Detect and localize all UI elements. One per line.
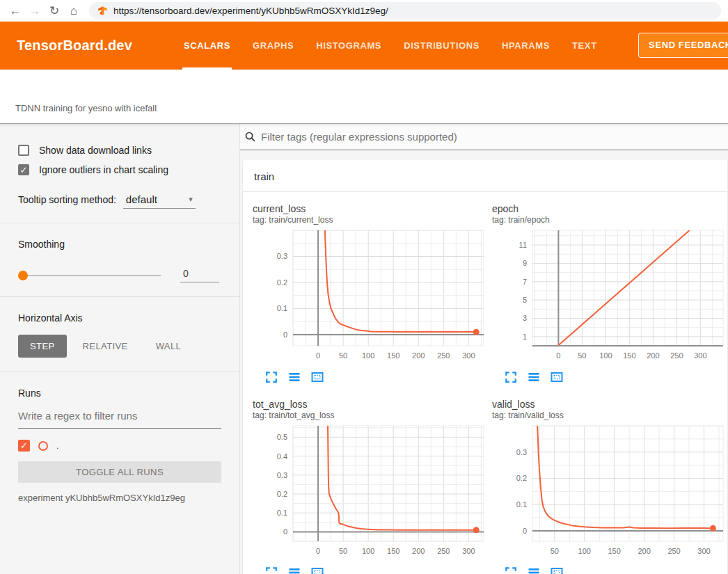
tab-histograms[interactable]: HISTOGRAMS — [305, 22, 393, 70]
checkbox-label: Ignore outliers in chart scaling — [39, 164, 168, 175]
svg-text:200: 200 — [412, 547, 425, 555]
reload-icon[interactable]: ↻ — [45, 2, 64, 20]
forward-icon[interactable]: → — [25, 2, 45, 20]
tab-graphs[interactable]: GRAPHS — [242, 22, 305, 70]
svg-text:50: 50 — [551, 547, 559, 555]
data-table-icon[interactable] — [288, 566, 301, 574]
tab-distributions[interactable]: DISTRIBUTIONS — [393, 22, 491, 70]
svg-text:250: 250 — [437, 547, 450, 555]
svg-text:0: 0 — [556, 351, 560, 360]
svg-text:0.1: 0.1 — [516, 500, 527, 509]
svg-text:200: 200 — [638, 547, 650, 555]
tooltip-sorting-label: Tooltip sorting method: — [18, 194, 116, 205]
axis-step-button[interactable]: STEP — [18, 335, 67, 358]
settings-sidebar: Show data download links ✓ Ignore outlie… — [0, 124, 240, 574]
train-category-card: train current_loss tag: train/current_lo… — [243, 160, 727, 574]
svg-text:150: 150 — [608, 547, 620, 555]
svg-text:11: 11 — [519, 241, 527, 249]
filter-tags-placeholder: Filter tags (regular expressions support… — [261, 131, 457, 143]
scalar-line-chart[interactable]: 05010015020025030000.10.20.3 — [253, 229, 488, 362]
svg-text:200: 200 — [647, 351, 659, 360]
expand-chart-icon[interactable] — [505, 566, 517, 574]
smoothing-slider-row: 0 — [18, 268, 221, 282]
scalar-line-chart[interactable]: 0501001502002503001357911 — [492, 229, 727, 362]
tab-hparams[interactable]: HPARAMS — [491, 22, 561, 70]
svg-text:250: 250 — [667, 547, 680, 555]
app-header: TensorBoard.dev SCALARS GRAPHS HISTOGRAM… — [0, 22, 728, 70]
svg-text:0.1: 0.1 — [277, 304, 287, 312]
svg-text:0.1: 0.1 — [277, 509, 287, 517]
svg-text:0: 0 — [523, 527, 527, 535]
run-name: . — [56, 441, 58, 451]
tooltip-sorting-select[interactable]: default ▾ — [123, 193, 196, 209]
chart-title: current_loss — [253, 203, 488, 214]
tab-scalars[interactable]: SCALARS — [173, 22, 242, 70]
chart-toolbar — [265, 566, 488, 574]
scalars-main-pane: Filter tags (regular expressions support… — [240, 124, 728, 574]
svg-text:0.3: 0.3 — [516, 448, 527, 456]
filter-tags-input[interactable]: Filter tags (regular expressions support… — [240, 124, 728, 150]
scalar-line-chart[interactable]: 05010015020025030000.10.20.30.40.5 — [253, 424, 488, 558]
checkbox-unchecked-icon[interactable] — [18, 145, 29, 156]
svg-text:150: 150 — [623, 351, 635, 360]
slider-thumb[interactable] — [18, 271, 28, 280]
tab-bar: SCALARS GRAPHS HISTOGRAMS DISTRIBUTIONS … — [173, 22, 608, 70]
back-icon[interactable]: ← — [6, 2, 25, 20]
svg-text:300: 300 — [694, 351, 706, 360]
chart-grid: current_loss tag: train/current_loss 050… — [243, 192, 727, 574]
show-download-links-checkbox[interactable]: Show data download links — [18, 141, 221, 160]
svg-text:0.4: 0.4 — [277, 452, 287, 461]
chart-valid-loss: valid_loss tag: train/valid_loss 5010015… — [492, 399, 727, 574]
tensorboard-favicon-icon — [97, 6, 108, 16]
fit-domain-icon[interactable] — [311, 566, 324, 574]
toggle-all-runs-button[interactable]: TOGGLE ALL RUNS — [18, 461, 221, 483]
smoothing-slider[interactable] — [18, 275, 161, 276]
run-color-swatch — [38, 441, 48, 451]
scalar-line-chart[interactable]: 5010015020025030000.10.20.3 — [492, 424, 727, 558]
fit-domain-icon[interactable] — [551, 371, 563, 383]
runs-regex-input[interactable]: Write a regex to filter runs — [18, 410, 221, 429]
tooltip-sorting-row: Tooltip sorting method: default ▾ — [18, 193, 221, 209]
svg-text:0.2: 0.2 — [277, 490, 287, 498]
expand-chart-icon[interactable] — [265, 371, 278, 383]
axis-wall-button[interactable]: WALL — [144, 335, 193, 358]
data-table-icon[interactable] — [528, 566, 540, 574]
svg-text:250: 250 — [670, 351, 683, 360]
horizontal-axis-buttons: STEP RELATIVE WALL — [18, 335, 221, 358]
chart-tag: tag: train/valid_loss — [492, 410, 727, 420]
run-list-item[interactable]: ✓ . — [18, 440, 221, 452]
app-logo[interactable]: TensorBoard.dev — [17, 38, 132, 54]
category-header[interactable]: train — [243, 160, 727, 192]
tab-text[interactable]: TEXT — [561, 22, 608, 70]
expand-chart-icon[interactable] — [265, 566, 278, 574]
svg-text:100: 100 — [362, 547, 374, 555]
data-table-icon[interactable] — [288, 371, 301, 383]
svg-text:0.2: 0.2 — [277, 278, 287, 287]
svg-text:300: 300 — [462, 351, 475, 360]
svg-text:0: 0 — [316, 351, 320, 360]
home-icon[interactable]: ⌂ — [64, 2, 84, 20]
chart-tag: tag: train/current_loss — [253, 215, 488, 225]
experiment-id-label: experiment yKUbhb5wRmOSXYkId1z9eg — [18, 493, 221, 503]
address-bar[interactable]: https://tensorboard.dev/experiment/yKUbh… — [89, 2, 721, 19]
chart-toolbar — [265, 371, 488, 383]
fit-domain-icon[interactable] — [311, 371, 324, 383]
smoothing-label: Smoothing — [18, 239, 221, 250]
axis-relative-button[interactable]: RELATIVE — [71, 335, 140, 358]
ignore-outliers-checkbox[interactable]: ✓ Ignore outliers in chart scaling — [18, 160, 221, 180]
chevron-down-icon: ▾ — [189, 195, 193, 204]
svg-text:0.2: 0.2 — [516, 474, 527, 482]
expand-chart-icon[interactable] — [505, 371, 517, 383]
svg-text:150: 150 — [387, 351, 399, 360]
data-table-icon[interactable] — [528, 371, 540, 383]
run-checkbox-checked-icon[interactable]: ✓ — [18, 440, 30, 452]
send-feedback-button[interactable]: SEND FEEDBACK — [638, 33, 728, 58]
smoothing-value-field[interactable]: 0 — [180, 268, 219, 282]
svg-text:100: 100 — [362, 351, 374, 360]
checkbox-checked-icon[interactable]: ✓ — [18, 164, 29, 175]
chart-toolbar — [505, 566, 727, 574]
svg-text:3: 3 — [523, 314, 527, 322]
svg-text:0.3: 0.3 — [277, 471, 287, 479]
fit-domain-icon[interactable] — [551, 566, 563, 574]
chart-tag: tag: train/tot_avg_loss — [253, 410, 488, 420]
